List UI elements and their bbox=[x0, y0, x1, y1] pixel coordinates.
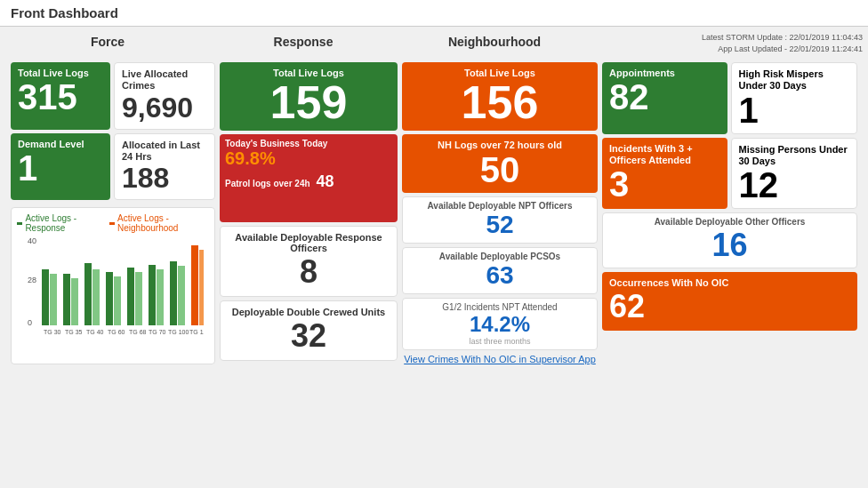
g12-box: G1/2 Incidents NPT Attended 14.2% last t… bbox=[402, 298, 598, 350]
force-total-live-logs-tile: Total Live Logs 315 bbox=[11, 62, 110, 130]
neighbourhood-section-header: Neighbourhood bbox=[397, 32, 592, 58]
response-deployable-box: Available Deployable Response Officers 8 bbox=[220, 226, 398, 297]
occurrences-value: 62 bbox=[609, 288, 850, 325]
g12-value: 14.2% bbox=[408, 312, 591, 337]
appointments-value: 82 bbox=[609, 79, 720, 115]
svg-text:TG 60: TG 60 bbox=[108, 329, 125, 334]
svg-rect-15 bbox=[170, 261, 177, 325]
svg-text:TG 35: TG 35 bbox=[65, 329, 83, 334]
force-section-header: Force bbox=[5, 32, 210, 58]
nh-logs-72h-value: 50 bbox=[409, 152, 591, 188]
force-live-allocated-crimes-tile: Live Allocated Crimes 9,690 bbox=[114, 62, 215, 130]
bar-chart: 40 28 0 bbox=[17, 236, 204, 334]
response-today-tile: Today's Business Today 69.8% Patrol logs… bbox=[220, 134, 398, 221]
patrol-logs-label: Patrol logs over 24h bbox=[225, 179, 310, 188]
force-live-allocated-crimes-value: 9,690 bbox=[122, 92, 207, 124]
occurrences-tile: Occurrences With No OIC 62 bbox=[602, 272, 857, 331]
nh-total-live-logs-value: 156 bbox=[409, 79, 591, 125]
nh-deployable-pcso-box: Available Deployable PCSOs 63 bbox=[402, 247, 598, 294]
svg-rect-10 bbox=[114, 276, 121, 325]
deployable-other-box: Available Deployable Other Officers 16 bbox=[602, 212, 857, 268]
response-total-live-logs-value: 159 bbox=[227, 79, 390, 125]
g12-sub: last three months bbox=[408, 337, 591, 346]
svg-rect-14 bbox=[157, 269, 164, 325]
deployable-other-value: 16 bbox=[610, 227, 849, 264]
svg-text:TG 30: TG 30 bbox=[44, 329, 61, 334]
view-crimes-link[interactable]: View Crimes With No OIC in Supervisor Ap… bbox=[402, 354, 598, 364]
nh-deployable-npt-box: Available Deployable NPT Officers 52 bbox=[402, 196, 598, 244]
missing-persons-value: 12 bbox=[739, 167, 850, 203]
nh-logs-72h-tile: NH Logs over 72 hours old 50 bbox=[402, 134, 598, 192]
incidents-officers-label: Incidents With 3 + Officers Attended bbox=[609, 143, 720, 166]
force-allocated-last24-label: Allocated in Last 24 Hrs bbox=[122, 140, 207, 163]
g12-label: G1/2 Incidents NPT Attended bbox=[408, 302, 591, 312]
response-deployable-value: 8 bbox=[228, 253, 390, 291]
force-demand-level-value: 1 bbox=[18, 150, 103, 186]
legend-response: Active Logs - Response bbox=[17, 213, 100, 233]
svg-text:TG 120: TG 120 bbox=[189, 329, 204, 334]
svg-rect-6 bbox=[71, 278, 78, 325]
nh-total-live-logs-tile: Total Live Logs 156 bbox=[402, 62, 598, 131]
nh-deployable-npt-label: Available Deployable NPT Officers bbox=[410, 201, 590, 211]
svg-rect-11 bbox=[127, 268, 134, 325]
incidents-officers-value: 3 bbox=[609, 166, 720, 202]
svg-text:28: 28 bbox=[28, 276, 36, 284]
response-double-crewed-value: 32 bbox=[228, 317, 390, 355]
page-title: Front Dashboard bbox=[11, 5, 118, 20]
high-risk-value: 1 bbox=[739, 92, 850, 128]
response-double-crewed-box: Deployable Double Crewed Units 32 bbox=[220, 300, 398, 361]
missing-persons-label: Missing Persons Under 30 Days bbox=[739, 144, 850, 167]
force-demand-level-tile: Demand Level 1 bbox=[11, 133, 110, 201]
nh-deployable-pcso-value: 63 bbox=[410, 261, 590, 290]
svg-text:TG 68: TG 68 bbox=[129, 329, 147, 334]
svg-rect-17 bbox=[191, 245, 198, 325]
todays-business-pct: 69.8% bbox=[225, 148, 276, 168]
svg-rect-8 bbox=[92, 269, 100, 325]
response-double-crewed-label: Deployable Double Crewed Units bbox=[228, 307, 390, 317]
response-deployable-label: Available Deployable Response Officers bbox=[228, 232, 390, 253]
high-risk-tile: High Risk Mispers Under 30 Days 1 bbox=[731, 62, 858, 133]
svg-text:0: 0 bbox=[28, 318, 32, 327]
page-header: Front Dashboard bbox=[0, 0, 868, 27]
svg-rect-12 bbox=[135, 272, 142, 325]
svg-rect-18 bbox=[199, 250, 204, 325]
force-allocated-last24-tile: Allocated in Last 24 Hrs 188 bbox=[114, 133, 215, 201]
svg-rect-16 bbox=[178, 266, 185, 325]
incidents-officers-tile: Incidents With 3 + Officers Attended 3 bbox=[602, 138, 727, 209]
force-live-allocated-crimes-label: Live Allocated Crimes bbox=[122, 68, 207, 92]
deployable-other-label: Available Deployable Other Officers bbox=[610, 217, 849, 227]
svg-rect-5 bbox=[63, 274, 70, 325]
legend-neighbourhood: Active Logs - Neighbourhood bbox=[109, 213, 209, 233]
missing-persons-tile: Missing Persons Under 30 Days 12 bbox=[731, 138, 858, 209]
response-section-header: Response bbox=[214, 32, 392, 58]
nh-deployable-npt-value: 52 bbox=[410, 211, 590, 239]
svg-text:TG 100: TG 100 bbox=[168, 329, 189, 334]
response-total-live-logs-tile: Total Live Logs 159 bbox=[220, 62, 398, 131]
storm-update: Latest STORM Update : 22/01/2019 11:04:4… bbox=[702, 32, 863, 54]
appointments-tile: Appointments 82 bbox=[602, 62, 727, 133]
patrol-logs-value: 48 bbox=[316, 172, 334, 190]
svg-rect-9 bbox=[106, 272, 113, 325]
svg-rect-7 bbox=[84, 263, 92, 325]
force-chart-area: Active Logs - Response Active Logs - Nei… bbox=[11, 207, 215, 364]
svg-text:40: 40 bbox=[28, 236, 36, 245]
svg-rect-3 bbox=[42, 269, 49, 325]
svg-text:TG 40: TG 40 bbox=[86, 329, 104, 334]
svg-rect-4 bbox=[50, 274, 57, 325]
force-total-live-logs-value: 315 bbox=[18, 79, 103, 115]
occurrences-label: Occurrences With No OIC bbox=[609, 277, 850, 288]
svg-text:TG 70: TG 70 bbox=[149, 329, 166, 334]
force-allocated-last24-value: 188 bbox=[122, 163, 207, 194]
svg-rect-13 bbox=[149, 265, 156, 325]
high-risk-label: High Risk Mispers Under 30 Days bbox=[739, 68, 850, 92]
nh-deployable-pcso-label: Available Deployable PCSOs bbox=[410, 252, 590, 261]
todays-business-label: Today's Business Today bbox=[225, 139, 392, 148]
